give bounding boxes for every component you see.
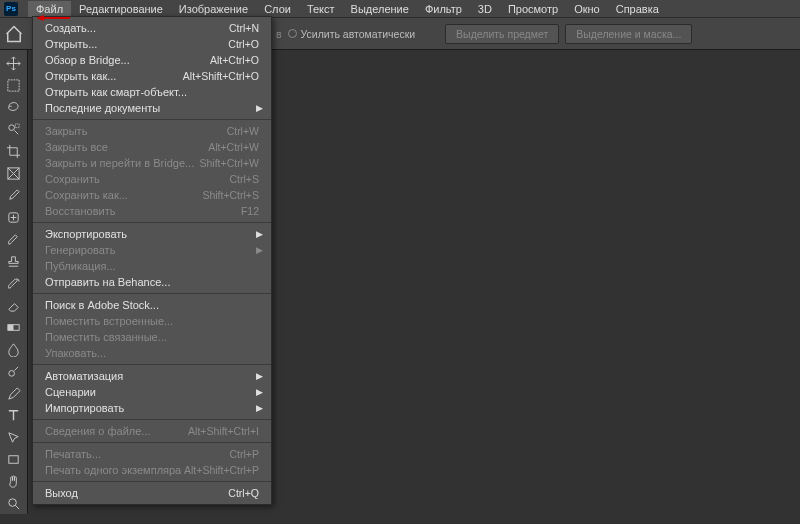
menu-фильтр[interactable]: Фильтр [417,1,470,17]
file-menu-item[interactable]: Экспортировать▶ [33,226,271,242]
menu-item-label: Сохранить [45,173,100,185]
svg-rect-2 [15,123,19,127]
menu-item-label: Отправить на Behance... [45,276,170,288]
menu-окно[interactable]: Окно [566,1,608,17]
file-menu-item[interactable]: Поиск в Adobe Stock... [33,297,271,313]
menu-item-label: Последние документы [45,102,160,114]
tools-panel [0,50,28,514]
menu-слои[interactable]: Слои [256,1,299,17]
file-menu-item: Печать одного экземпляраAlt+Shift+Ctrl+P [33,462,271,478]
file-menu-item[interactable]: Последние документы▶ [33,100,271,116]
tool-dodge-icon[interactable] [2,360,26,382]
menu-item-label: Сохранить как... [45,189,128,201]
tool-gradient-icon[interactable] [2,316,26,338]
ps-logo-icon: Ps [4,2,18,16]
file-menu-item: Упаковать... [33,345,271,361]
file-menu-item[interactable]: Открыть как...Alt+Shift+Ctrl+O [33,68,271,84]
tool-marquee-icon[interactable] [2,74,26,96]
menu-справка[interactable]: Справка [608,1,667,17]
submenu-arrow-icon: ▶ [256,387,263,397]
tool-brush-icon[interactable] [2,228,26,250]
menu-separator [33,222,271,223]
file-menu-item[interactable]: Открыть как смарт-объект... [33,84,271,100]
tool-move-icon[interactable] [2,52,26,74]
menu-shortcut: F12 [241,205,259,217]
menu-item-label: Поместить связанные... [45,331,167,343]
file-menu-item[interactable]: ВыходCtrl+Q [33,485,271,501]
tool-eyedropper-icon[interactable] [2,184,26,206]
submenu-arrow-icon: ▶ [256,245,263,255]
tool-crop-icon[interactable] [2,140,26,162]
tool-pen-icon[interactable] [2,382,26,404]
submenu-arrow-icon: ▶ [256,229,263,239]
menu-просмотр[interactable]: Просмотр [500,1,566,17]
home-icon[interactable] [4,24,24,44]
tool-rectangle-icon[interactable] [2,448,26,470]
menu-item-label: Поиск в Adobe Stock... [45,299,159,311]
file-menu-item[interactable]: Обзор в Bridge...Alt+Ctrl+O [33,52,271,68]
file-menu-item: Поместить встроенные... [33,313,271,329]
tool-blur-icon[interactable] [2,338,26,360]
file-menu-item: Поместить связанные... [33,329,271,345]
menu-изображение[interactable]: Изображение [171,1,256,17]
tool-history-brush-icon[interactable] [2,272,26,294]
tool-path-select-icon[interactable] [2,426,26,448]
tool-zoom-icon[interactable] [2,492,26,514]
svg-point-1 [9,124,15,130]
menu-shortcut: Ctrl+W [227,125,259,137]
tool-type-icon[interactable] [2,404,26,426]
menu-shortcut: Shift+Ctrl+W [199,157,259,169]
file-menu-item[interactable]: Автоматизация▶ [33,368,271,384]
menu-shortcut: Alt+Ctrl+W [208,141,259,153]
menu-текст[interactable]: Текст [299,1,343,17]
file-menu-item[interactable]: Открыть...Ctrl+O [33,36,271,52]
menu-item-label: Генерировать [45,244,115,256]
svg-rect-6 [8,324,14,330]
svg-marker-11 [36,15,44,21]
enhance-auto-label: Усилить автоматически [301,28,416,40]
menu-item-label: Восстановить [45,205,115,217]
tool-eraser-icon[interactable] [2,294,26,316]
enhance-radio[interactable] [288,29,297,38]
svg-point-7 [9,370,15,376]
menu-item-label: Закрыть все [45,141,108,153]
tool-quick-select-icon[interactable] [2,118,26,140]
tool-lasso-icon[interactable] [2,96,26,118]
menu-item-label: Экспортировать [45,228,127,240]
tool-healing-icon[interactable] [2,206,26,228]
menu-item-label: Печатать... [45,448,101,460]
menu-shortcut: Ctrl+P [230,448,259,460]
menu-item-label: Печать одного экземпляра [45,464,181,476]
menu-item-label: Закрыть [45,125,87,137]
menu-separator [33,119,271,120]
menu-выделение[interactable]: Выделение [343,1,417,17]
select-and-mask-button[interactable]: Выделение и маска... [565,24,692,44]
menu-item-label: Закрыть и перейти в Bridge... [45,157,194,169]
menu-shortcut: Ctrl+O [228,38,259,50]
menu-item-label: Открыть как смарт-объект... [45,86,187,98]
menu-item-label: Открыть... [45,38,97,50]
submenu-arrow-icon: ▶ [256,403,263,413]
menu-item-label: Обзор в Bridge... [45,54,130,66]
file-menu-item: Генерировать▶ [33,242,271,258]
svg-rect-0 [8,79,19,90]
menu-item-label: Упаковать... [45,347,106,359]
menu-shortcut: Alt+Shift+Ctrl+I [188,425,259,437]
menu-shortcut: Ctrl+Q [228,487,259,499]
tool-frame-icon[interactable] [2,162,26,184]
select-subject-button[interactable]: Выделить предмет [445,24,559,44]
tool-hand-icon[interactable] [2,470,26,492]
file-menu-item: ВосстановитьF12 [33,203,271,219]
file-menu-item[interactable]: Создать...Ctrl+N [33,20,271,36]
menu-item-label: Сведения о файле... [45,425,151,437]
file-menu-item[interactable]: Сценарии▶ [33,384,271,400]
file-menu-item[interactable]: Отправить на Behance... [33,274,271,290]
menu-редактирование[interactable]: Редактирование [71,1,171,17]
submenu-arrow-icon: ▶ [256,371,263,381]
menu-separator [33,293,271,294]
file-menu-item: Сохранить как...Shift+Ctrl+S [33,187,271,203]
menu-item-label: Импортировать [45,402,124,414]
file-menu-item[interactable]: Импортировать▶ [33,400,271,416]
tool-stamp-icon[interactable] [2,250,26,272]
menu-3d[interactable]: 3D [470,1,500,17]
